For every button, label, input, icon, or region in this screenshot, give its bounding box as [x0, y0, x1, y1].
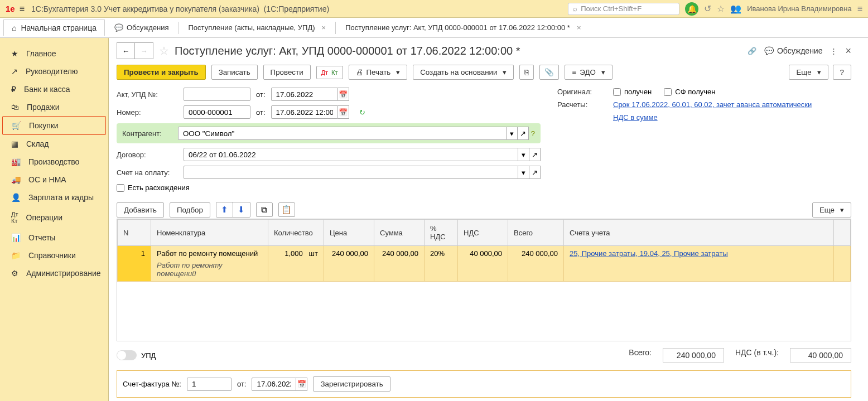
paste-button[interactable]: 📋 [278, 202, 295, 217]
col-qty[interactable]: Количество [268, 220, 324, 246]
nav-reports[interactable]: 📊Отчеты [0, 229, 108, 247]
post-and-close-button[interactable]: Провести и закрыть [117, 65, 206, 80]
nav-purchases[interactable]: 🛒Покупки [2, 116, 106, 135]
table-row[interactable]: 1 Работ по ремонту помещений Работ по ре… [118, 246, 851, 282]
star-icon[interactable]: ☆ [159, 44, 169, 57]
cell-nomenclature[interactable]: Работ по ремонту помещений Работ по ремо… [151, 246, 268, 282]
more-button[interactable]: Еще▾ [789, 65, 828, 80]
forward-button[interactable]: → [135, 43, 153, 59]
cell-price[interactable]: 240 000,00 [324, 246, 374, 282]
contractor-input[interactable] [178, 127, 507, 140]
col-n[interactable]: N [118, 220, 151, 246]
col-sum[interactable]: Сумма [374, 220, 425, 246]
menu-icon[interactable]: ≡ [20, 4, 25, 14]
contract-input[interactable] [184, 148, 518, 161]
tab-receipt-list[interactable]: Поступление (акты, накладные, УПД) × [181, 20, 334, 36]
home-icon: ⌂ [12, 23, 16, 32]
close-icon[interactable]: × [322, 23, 326, 32]
create-based-button[interactable]: Создать на основании▾ [413, 65, 514, 80]
cell-qty[interactable]: 1,000 шт [268, 246, 324, 282]
cell-n[interactable]: 1 [118, 246, 151, 282]
select-button[interactable]: Подбор [170, 202, 210, 218]
open-icon[interactable]: ↗ [529, 148, 541, 161]
act-no-input[interactable] [184, 88, 250, 101]
col-price[interactable]: Цена [324, 220, 374, 246]
calendar-icon[interactable]: 📅 [296, 378, 307, 391]
history-icon[interactable]: ↺ [704, 3, 711, 14]
dropdown-icon[interactable]: ▾ [518, 148, 529, 161]
post-button[interactable]: Провести [263, 65, 311, 80]
link-icon[interactable]: 🔗 [748, 47, 756, 55]
tab-receipt-doc[interactable]: Поступление услуг: Акт, УПД 0000-000001 … [338, 20, 588, 36]
help-button[interactable]: ? [833, 65, 851, 80]
nav-main[interactable]: ★Главное [0, 45, 108, 62]
nav-manager[interactable]: ↗Руководителю [0, 62, 108, 80]
close-icon[interactable]: × [577, 23, 581, 32]
vat-mode-link[interactable]: НДС в сумме [613, 113, 658, 122]
structure-button[interactable]: ⎘ [519, 65, 534, 80]
nav-directories[interactable]: 📁Справочники [0, 247, 108, 264]
discussion-link[interactable]: 💬 Обсуждение [764, 46, 823, 55]
logo-1c: 1e [6, 4, 15, 13]
more-icon[interactable]: ⋮ [830, 47, 837, 55]
cell-accounts[interactable]: 25, Прочие затраты, 19.04, 25, Прочие за… [564, 246, 834, 282]
number-date-input[interactable] [271, 105, 338, 119]
col-vat[interactable]: НДС [458, 220, 508, 246]
open-icon[interactable]: ↗ [529, 166, 541, 179]
nav-sales[interactable]: 🛍Продажи [0, 98, 108, 116]
back-button[interactable]: ← [117, 43, 135, 59]
close-icon[interactable]: × [845, 45, 851, 57]
search-input[interactable]: ⌕ Поиск Ctrl+Shift+F [568, 3, 679, 15]
settlements-link[interactable]: Срок 17.06.2022, 60.01, 60.02, зачет ава… [613, 100, 812, 109]
nav-warehouse[interactable]: ▦Склад [0, 135, 108, 153]
number-input[interactable] [184, 105, 250, 119]
attachment-button[interactable]: 📎 [539, 65, 559, 80]
dropdown-icon[interactable]: ▾ [507, 127, 518, 140]
discrepancy-checkbox[interactable]: Есть расхождения [117, 183, 190, 192]
copy-button[interactable]: ⧉ [256, 202, 273, 217]
invoice-date-input[interactable] [252, 378, 296, 391]
nav-bank[interactable]: ₽Банк и касса [0, 80, 108, 98]
table-more-button[interactable]: Еще▾ [812, 202, 851, 218]
nav-operations[interactable]: ДтКтОперации [0, 206, 108, 229]
nav-salary[interactable]: 👤Зарплата и кадры [0, 189, 108, 206]
calendar-icon[interactable]: 📅 [338, 88, 349, 101]
dropdown-icon[interactable]: ▾ [518, 166, 529, 179]
nav-os-nma[interactable]: 🚚ОС и НМА [0, 171, 108, 189]
tab-discussions[interactable]: 💬 Обсуждения [107, 20, 176, 36]
cell-vat-pct[interactable]: 20% [425, 246, 458, 282]
favorite-icon[interactable]: ☆ [717, 3, 725, 14]
notifications-icon[interactable]: 🔔 [685, 2, 698, 16]
refresh-icon[interactable]: ↻ [359, 108, 365, 117]
upd-toggle[interactable] [117, 350, 137, 360]
open-icon[interactable]: ↗ [518, 127, 529, 140]
invoice-no-input[interactable] [187, 378, 232, 391]
payment-acc-input[interactable] [184, 166, 518, 179]
register-button[interactable]: Зарегистрировать [313, 376, 390, 392]
col-total[interactable]: Всего [508, 220, 564, 246]
cell-vat[interactable]: 40 000,00 [458, 246, 508, 282]
add-button[interactable]: Добавить [117, 202, 164, 218]
number-label: Номер: [117, 108, 178, 117]
nav-admin[interactable]: ⚙Администрирование [0, 264, 108, 282]
nav-production[interactable]: 🏭Производство [0, 153, 108, 171]
sf-received-checkbox[interactable]: СФ получен [664, 88, 715, 96]
received-checkbox[interactable]: получен [613, 88, 652, 96]
dtkt-button[interactable]: ДтКт [316, 66, 343, 79]
user-name[interactable]: Иванова Ирина Владимировна [747, 4, 852, 13]
col-nomenclature[interactable]: Номенклатура [151, 220, 268, 246]
edo-button[interactable]: ≡ЭДО▾ [565, 65, 612, 80]
tab-home[interactable]: ⌂ Начальная страница [3, 20, 105, 36]
app-menu-icon[interactable]: ≡ [857, 4, 862, 14]
move-down-button[interactable]: ⬇ [233, 202, 250, 217]
move-up-button[interactable]: ⬆ [216, 202, 233, 217]
col-accounts[interactable]: Счета учета [564, 220, 834, 246]
calendar-icon[interactable]: 📅 [338, 105, 349, 119]
act-date-input[interactable] [271, 88, 338, 101]
cell-sum[interactable]: 240 000,00 [374, 246, 425, 282]
print-button[interactable]: 🖨Печать▾ [349, 65, 408, 80]
save-button[interactable]: Записать [211, 65, 258, 80]
col-vat-pct[interactable]: % НДС [425, 220, 458, 246]
cell-total[interactable]: 240 000,00 [508, 246, 564, 282]
help-icon[interactable]: ? [531, 129, 535, 138]
